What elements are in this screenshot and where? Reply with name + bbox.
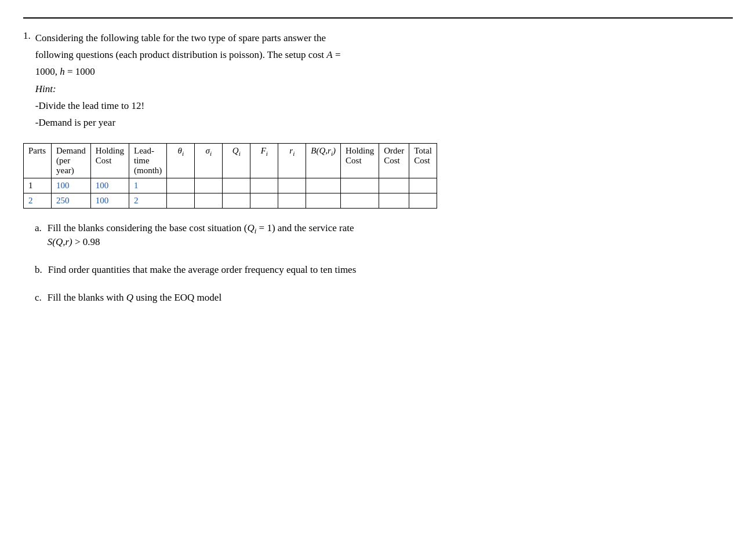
col-order: OrderCost	[379, 144, 409, 178]
sub-question-a: a. Fill the blanks considering the base …	[23, 222, 733, 247]
intro-line-3: 1000, h = 1000	[35, 64, 341, 79]
sub-b-letter: b.	[35, 264, 42, 276]
row2-holding: 100	[90, 193, 129, 209]
col-sigma: σi	[195, 144, 223, 178]
sub-a-letter: a.	[35, 222, 42, 234]
hint-1: -Divide the lead time to 12!	[35, 98, 341, 114]
sub-b-label: b. Find order quantities that make the a…	[35, 264, 733, 276]
intro-line-1: Considering the following table for the …	[35, 30, 341, 46]
row1-order	[379, 178, 409, 193]
col-leadtime: Lead-time(month)	[129, 144, 167, 178]
row2-total	[409, 193, 437, 209]
row2-r	[278, 193, 306, 209]
row2-BQr	[306, 193, 341, 209]
row2-part: 2	[24, 193, 52, 209]
question-1: 1. Considering the following table for t…	[23, 30, 733, 304]
col-holding2: HoldingCost	[341, 144, 379, 178]
data-table: Parts Demand(peryear) HoldingCost Lead-t…	[23, 143, 733, 209]
row1-leadtime: 1	[129, 178, 167, 193]
hint-2: -Demand is per year	[35, 115, 341, 130]
table-row-2: 2 250 100 2	[24, 193, 437, 209]
col-demand: Demand(peryear)	[52, 144, 91, 178]
col-holding: HoldingCost	[90, 144, 129, 178]
sub-question-b: b. Find order quantities that make the a…	[23, 264, 733, 276]
row2-holding2	[341, 193, 379, 209]
table-row-1: 1 100 100 1	[24, 178, 437, 193]
col-r: ri	[278, 144, 306, 178]
row1-holding2	[341, 178, 379, 193]
row1-r	[278, 178, 306, 193]
row1-BQr	[306, 178, 341, 193]
sub-c-label: c. Fill the blanks with Q using the EOQ …	[35, 292, 733, 304]
sub-question-c: c. Fill the blanks with Q using the EOQ …	[23, 292, 733, 304]
row1-F	[250, 178, 278, 193]
row2-order	[379, 193, 409, 209]
intro-line-2: following questions (each product distri…	[35, 47, 341, 63]
row1-demand: 100	[52, 178, 91, 193]
row2-leadtime: 2	[129, 193, 167, 209]
col-parts: Parts	[24, 144, 52, 178]
row1-theta	[167, 178, 195, 193]
row1-total	[409, 178, 437, 193]
sub-a-text: Fill the blanks considering the base cos…	[48, 222, 354, 247]
spare-parts-table: Parts Demand(peryear) HoldingCost Lead-t…	[23, 143, 437, 209]
row2-theta	[167, 193, 195, 209]
row1-sigma	[195, 178, 223, 193]
hint-label: Hint:	[35, 81, 341, 97]
row2-F	[250, 193, 278, 209]
sub-b-text: Find order quantities that make the aver…	[48, 264, 357, 276]
sub-c-text: Fill the blanks with Q using the EOQ mod…	[48, 292, 221, 304]
col-Q: Qi	[223, 144, 250, 178]
question-intro: Considering the following table for the …	[35, 30, 341, 131]
col-theta: θi	[167, 144, 195, 178]
question-number: 1. Considering the following table for t…	[23, 30, 733, 131]
row1-Q	[223, 178, 250, 193]
sub-c-letter: c.	[35, 292, 42, 304]
row2-Q	[223, 193, 250, 209]
col-total: TotalCost	[409, 144, 437, 178]
row2-demand: 250	[52, 193, 91, 209]
sub-a-label: a. Fill the blanks considering the base …	[35, 222, 733, 247]
question-num-label: 1.	[23, 30, 31, 42]
row1-part: 1	[24, 178, 52, 193]
row2-sigma	[195, 193, 223, 209]
row1-holding: 100	[90, 178, 129, 193]
col-BQr: B(Q,ri)	[306, 144, 341, 178]
col-F: Fi	[250, 144, 278, 178]
